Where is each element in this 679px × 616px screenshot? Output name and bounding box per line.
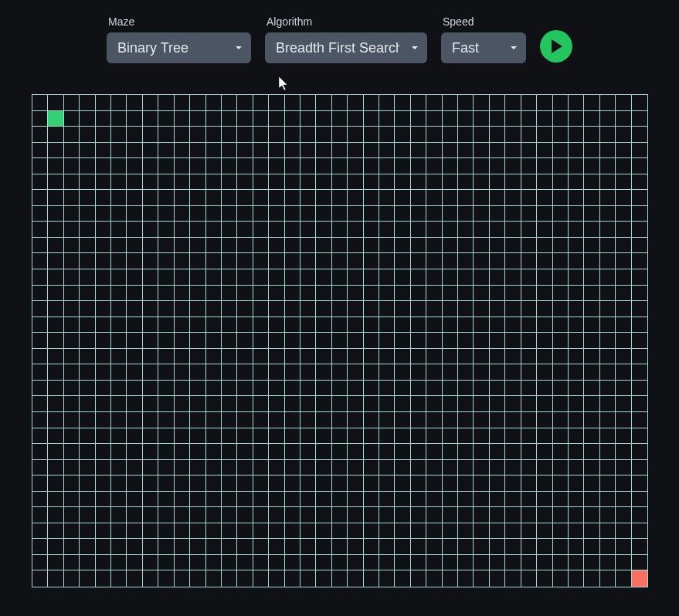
grid-cell[interactable] bbox=[190, 412, 205, 428]
grid-cell[interactable] bbox=[111, 523, 127, 540]
grid-cell[interactable] bbox=[237, 460, 253, 476]
grid-cell[interactable] bbox=[80, 111, 95, 127]
grid-cell[interactable] bbox=[143, 222, 158, 238]
grid-cell[interactable] bbox=[64, 111, 80, 127]
grid-cell[interactable] bbox=[458, 476, 474, 492]
grid-cell[interactable] bbox=[553, 381, 569, 397]
grid-cell[interactable] bbox=[237, 174, 253, 191]
grid-cell[interactable] bbox=[285, 333, 300, 349]
grid-cell[interactable] bbox=[190, 158, 205, 174]
grid-cell[interactable] bbox=[175, 396, 190, 412]
grid-cell[interactable] bbox=[537, 190, 552, 206]
grid-cell[interactable] bbox=[285, 95, 300, 111]
grid-cell[interactable] bbox=[364, 539, 379, 555]
grid-cell[interactable] bbox=[505, 95, 521, 111]
grid-cell[interactable] bbox=[48, 238, 63, 254]
grid-cell[interactable] bbox=[285, 492, 300, 508]
grid-cell[interactable] bbox=[96, 222, 111, 238]
grid-cell[interactable] bbox=[411, 349, 426, 365]
grid-cell[interactable] bbox=[143, 286, 158, 302]
grid-cell[interactable] bbox=[96, 206, 111, 222]
grid-cell[interactable] bbox=[569, 158, 584, 174]
grid-cell[interactable] bbox=[616, 428, 631, 445]
grid-cell[interactable] bbox=[32, 349, 48, 365]
grid-cell[interactable] bbox=[332, 364, 348, 381]
grid-cell[interactable] bbox=[222, 523, 237, 540]
grid-cell[interactable] bbox=[158, 555, 174, 571]
grid-cell[interactable] bbox=[537, 492, 552, 508]
grid-cell[interactable] bbox=[505, 507, 521, 523]
grid-cell[interactable] bbox=[379, 492, 395, 508]
grid-cell[interactable] bbox=[490, 95, 505, 111]
grid-cell[interactable] bbox=[127, 301, 142, 317]
grid-cell[interactable] bbox=[158, 570, 174, 587]
grid-cell[interactable] bbox=[222, 111, 237, 127]
grid-cell[interactable] bbox=[80, 286, 95, 302]
grid-cell[interactable] bbox=[443, 364, 458, 381]
grid-cell[interactable] bbox=[426, 364, 442, 381]
grid-cell[interactable] bbox=[143, 492, 158, 508]
grid-cell[interactable] bbox=[253, 364, 269, 381]
grid-cell[interactable] bbox=[505, 364, 521, 381]
grid-cell[interactable] bbox=[364, 253, 379, 269]
grid-cell[interactable] bbox=[269, 381, 284, 397]
grid-cell[interactable] bbox=[206, 428, 222, 445]
grid-cell[interactable] bbox=[158, 174, 174, 191]
grid-cell[interactable] bbox=[96, 555, 111, 571]
maze-select[interactable]: Binary Tree bbox=[107, 32, 251, 63]
grid-cell[interactable] bbox=[505, 158, 521, 174]
grid-cell[interactable] bbox=[332, 286, 348, 302]
grid-cell[interactable] bbox=[237, 301, 253, 317]
grid-cell[interactable] bbox=[632, 238, 647, 254]
grid-cell[interactable] bbox=[237, 333, 253, 349]
grid-cell[interactable] bbox=[175, 317, 190, 333]
grid-cell[interactable] bbox=[426, 428, 442, 445]
grid-cell[interactable] bbox=[616, 492, 631, 508]
grid-cell[interactable] bbox=[253, 412, 269, 428]
grid-cell[interactable] bbox=[348, 269, 363, 286]
grid-cell[interactable] bbox=[269, 158, 284, 174]
grid-cell[interactable] bbox=[411, 301, 426, 317]
grid-cell[interactable] bbox=[632, 190, 647, 206]
grid-cell[interactable] bbox=[395, 381, 410, 397]
grid-cell[interactable] bbox=[64, 539, 80, 555]
grid-cell[interactable] bbox=[521, 396, 537, 412]
grid-cell[interactable] bbox=[411, 507, 426, 523]
grid-cell[interactable] bbox=[269, 333, 284, 349]
grid-cell[interactable] bbox=[332, 460, 348, 476]
grid-cell[interactable] bbox=[584, 174, 599, 191]
grid-cell[interactable] bbox=[379, 349, 395, 365]
grid-cell[interactable] bbox=[237, 539, 253, 555]
grid-cell[interactable] bbox=[348, 476, 363, 492]
grid-cell[interactable] bbox=[190, 222, 205, 238]
grid-cell[interactable] bbox=[222, 238, 237, 254]
grid-cell[interactable] bbox=[426, 143, 442, 159]
grid-cell[interactable] bbox=[584, 206, 599, 222]
grid-cell[interactable] bbox=[175, 412, 190, 428]
grid-cell[interactable] bbox=[348, 428, 363, 445]
grid-cell[interactable] bbox=[253, 444, 269, 460]
grid-cell[interactable] bbox=[253, 476, 269, 492]
grid-cell[interactable] bbox=[379, 507, 395, 523]
grid-cell[interactable] bbox=[64, 190, 80, 206]
grid-cell[interactable] bbox=[237, 206, 253, 222]
grid-cell[interactable] bbox=[285, 412, 300, 428]
grid-cell[interactable] bbox=[458, 222, 474, 238]
grid-cell[interactable] bbox=[285, 190, 300, 206]
grid-cell[interactable] bbox=[206, 570, 222, 587]
grid-cell[interactable] bbox=[600, 570, 616, 587]
grid-cell[interactable] bbox=[443, 396, 458, 412]
grid-cell[interactable] bbox=[474, 253, 489, 269]
grid-cell[interactable] bbox=[96, 143, 111, 159]
grid-cell[interactable] bbox=[80, 269, 95, 286]
grid-cell[interactable] bbox=[222, 476, 237, 492]
grid-cell[interactable] bbox=[584, 127, 599, 143]
grid-cell[interactable] bbox=[300, 286, 316, 302]
grid-cell[interactable] bbox=[443, 238, 458, 254]
grid-cell[interactable] bbox=[553, 492, 569, 508]
grid-cell[interactable] bbox=[600, 317, 616, 333]
grid-cell[interactable] bbox=[222, 555, 237, 571]
grid-cell[interactable] bbox=[348, 301, 363, 317]
grid-cell[interactable] bbox=[474, 460, 489, 476]
grid-cell[interactable] bbox=[616, 127, 631, 143]
